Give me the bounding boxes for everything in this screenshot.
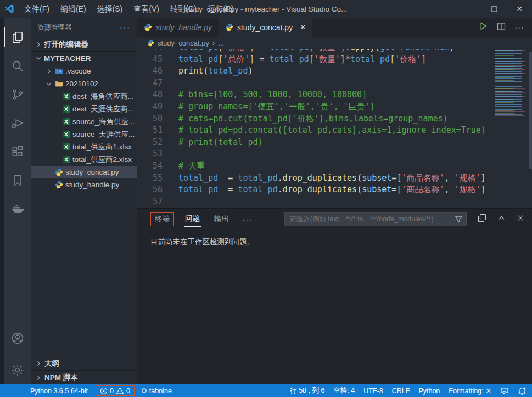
run-python-file-icon[interactable] — [479, 21, 488, 33]
tree-item-source_...[interactable]: source_天涯供应... — [31, 128, 137, 141]
close-button[interactable]: ✕ — [507, 0, 532, 18]
tree-item-label: dest_海角供应商... — [72, 92, 134, 102]
code-line-45[interactable]: 45total_pd['总价'] = total_pd['数量']*total_… — [137, 54, 490, 66]
menu-item-1[interactable]: 编辑(E) — [55, 0, 92, 18]
feedback-icon[interactable] — [500, 387, 509, 395]
cursor-position[interactable]: 行 58 , 列 6 — [290, 386, 324, 395]
split-editor-icon[interactable] — [497, 22, 506, 33]
settings-gear-icon[interactable] — [4, 356, 31, 384]
docker-icon[interactable] — [4, 194, 31, 223]
menu-item-3[interactable]: 查看(V) — [128, 0, 165, 18]
workspace-root[interactable]: MYTEACHER — [31, 52, 137, 65]
code-line-47[interactable]: 47 — [137, 77, 490, 90]
run-debug-icon[interactable] — [4, 109, 31, 137]
search-icon[interactable] — [4, 52, 31, 80]
python-file-icon — [225, 23, 233, 31]
encoding[interactable]: UTF-8 — [363, 387, 383, 395]
excel-file-icon — [62, 130, 70, 138]
open-editors-section[interactable]: 打开的编辑器 — [31, 37, 137, 52]
editor-more-actions-icon[interactable]: ··· — [514, 23, 524, 32]
code-editor[interactable]: 44total_pd['价格'] = total_pd['数量'].apply(… — [137, 49, 532, 209]
notifications-bell-icon[interactable] — [518, 387, 527, 395]
code-line-44[interactable]: 44total_pd['价格'] = total_pd['数量'].apply(… — [137, 49, 490, 54]
account-icon[interactable] — [4, 324, 31, 353]
extensions-icon[interactable] — [4, 137, 31, 166]
chevron-right-icon — [44, 68, 53, 75]
chevron-down-icon — [44, 80, 53, 88]
tree-item-label: total_供应商2.xlsx — [72, 155, 132, 165]
sidebar-section-0[interactable]: 大纲 — [31, 356, 137, 370]
tab-output[interactable]: 输出 — [213, 213, 230, 226]
formatting-status[interactable]: Formatting: ✕ — [449, 387, 491, 395]
maximize-button[interactable] — [481, 0, 507, 18]
editor-scrollbar[interactable] — [529, 52, 532, 169]
tree-item-study_handle.py[interactable]: study_handle.py — [31, 178, 137, 191]
code-line-48[interactable]: 48# bins=[100, 500, 1000, 10000, 100000] — [137, 89, 490, 101]
source-control-icon[interactable] — [4, 80, 31, 109]
excel-file-icon — [62, 143, 70, 151]
indentation[interactable]: 空格: 4 — [333, 386, 355, 395]
bookmarks-icon[interactable] — [4, 166, 31, 194]
minimize-button[interactable]: ─ — [456, 0, 481, 18]
problems-status[interactable]: 0 0 — [96, 385, 135, 396]
open-in-editor-icon[interactable] — [478, 214, 486, 225]
sidebar-more-icon[interactable]: ··· — [120, 23, 131, 32]
vscode-logo-icon — [0, 4, 19, 14]
tree-item-.vscode[interactable]: .vscode — [31, 65, 137, 77]
tab-problems[interactable]: 问题 — [184, 212, 201, 227]
line-number: 46 — [137, 65, 163, 77]
sidebar-section-1[interactable]: NPM 脚本 — [31, 370, 137, 384]
panel-more-icon[interactable]: ··· — [242, 215, 252, 224]
code-text: # group_names=['便宜','一般','贵', '巨贵'] — [163, 101, 375, 113]
excel-file-icon — [62, 105, 70, 113]
code-line-54[interactable]: 54# 去重 — [137, 160, 490, 172]
tree-item-total_1.xlsx[interactable]: total_供应商1.xlsx — [31, 141, 137, 153]
tree-item-study_concat.py[interactable]: study_concat.py — [31, 166, 137, 178]
tab-close-icon[interactable]: ✕ — [300, 23, 306, 31]
menu-item-2[interactable]: 选择(S) — [92, 0, 128, 18]
explorer-icon[interactable] — [4, 23, 31, 52]
code-text — [163, 77, 178, 90]
code-text: total_pd['价格'] = total_pd['数量'].apply(ge… — [163, 49, 455, 54]
code-line-56[interactable]: 56total_pd = total_pd.drop_duplicates(su… — [137, 184, 490, 196]
chevron-down-icon — [34, 54, 42, 62]
code-line-49[interactable]: 49# group_names=['便宜','一般','贵', '巨贵'] — [137, 101, 490, 113]
code-line-50[interactable]: 50# cats=pd.cut(total_pd['价格'],bins,labe… — [137, 113, 490, 125]
menu-item-0[interactable]: 文件(F) — [19, 0, 55, 18]
problems-filter-input[interactable] — [289, 215, 455, 223]
tab-terminal[interactable]: 终端 — [150, 212, 174, 226]
tabnine-status[interactable]: tabnine — [141, 387, 172, 395]
tree-item-20210102[interactable]: 20210102 — [31, 77, 137, 90]
code-line-53[interactable]: 53 — [137, 148, 490, 160]
tree-item-dest_...[interactable]: dest_海角供应商... — [31, 90, 137, 103]
tree-item-label: total_供应商1.xlsx — [72, 142, 132, 152]
line-number: 44 — [137, 49, 163, 54]
workspace-root-label: MYTEACHER — [44, 54, 91, 63]
code-line-52[interactable]: 52# print(total_pd) — [137, 137, 490, 149]
breadcrumb[interactable]: study_concat.py › ... — [137, 37, 532, 49]
tab-study-handle[interactable]: study_handle.py — [137, 18, 219, 37]
code-line-46[interactable]: 46print(total_pd) — [137, 65, 490, 77]
python-file-icon — [55, 181, 63, 189]
code-text — [163, 148, 178, 160]
minimap[interactable] — [495, 50, 528, 119]
problems-filter[interactable] — [284, 212, 467, 226]
python-interpreter[interactable]: Python 3.6.5 64-bit — [30, 387, 88, 395]
tree-item-dest_...[interactable]: dest_天涯供应商... — [31, 103, 137, 115]
code-line-55[interactable]: 55total_pd = total_pd.drop_duplicates(su… — [137, 172, 490, 184]
status-bar: Python 3.6.5 64-bit 0 0 tabnine 行 58 , 列… — [0, 384, 532, 397]
editor-tabbar: study_handle.py study_concat.py ✕ ··· — [137, 18, 532, 37]
eol-sequence[interactable]: CRLF — [392, 387, 410, 395]
line-number: 53 — [137, 148, 163, 160]
chevron-right-icon — [34, 360, 42, 367]
language-mode[interactable]: Python — [418, 387, 440, 395]
code-text: # print(total_pd) — [163, 137, 263, 149]
maximize-panel-icon[interactable] — [497, 214, 506, 225]
code-line-57[interactable]: 57 — [137, 196, 490, 208]
tree-item-total_2.xlsx[interactable]: total_供应商2.xlsx — [31, 153, 137, 166]
close-panel-icon[interactable] — [517, 214, 524, 224]
tab-study-concat[interactable]: study_concat.py ✕ — [219, 18, 312, 37]
code-line-51[interactable]: 51# total_pd=pd.concat([total_pd,cats],a… — [137, 125, 490, 137]
tree-item-source_...[interactable]: source_海角供应... — [31, 115, 137, 128]
code-text: # total_pd=pd.concat([total_pd,cats],axi… — [163, 125, 486, 137]
